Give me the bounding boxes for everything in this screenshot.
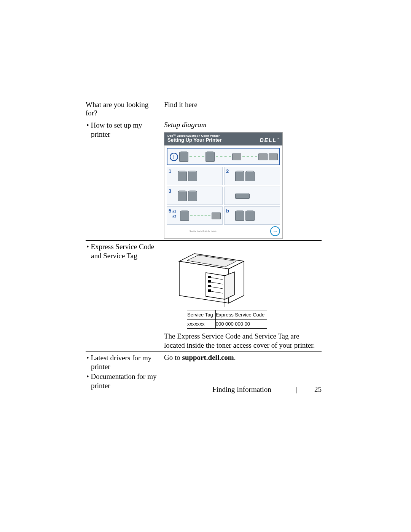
list-item: • How to set up my printer: [86, 121, 162, 139]
setup-diagram-card: Dell™ 2150cn/2150cdn Color Printer Setti…: [164, 132, 283, 239]
dell-logo: DELL™: [260, 137, 279, 143]
service-tag-explanation: The Express Service Code and Service Tag…: [164, 332, 319, 350]
printer-open-svg: [168, 246, 267, 307]
monitor-icon: [212, 212, 221, 219]
page-content: What are you looking for? Find it here •…: [86, 99, 322, 393]
table-row: • Express Service Code and Service Tag: [86, 241, 322, 352]
cell-right: Service Tag Express Service Code xxxxxxx…: [164, 241, 322, 352]
cell-left: • How to set up my printer: [86, 119, 164, 241]
step-number: 5: [169, 208, 171, 214]
svg-marker-5: [225, 272, 234, 299]
setup-header-titles: Dell™ 2150cn/2150cdn Color Printer Setti…: [167, 134, 222, 143]
step-number: b: [226, 208, 229, 214]
setup-step-cell: 3: [167, 187, 223, 205]
table-row: • How to set up my printer Setup diagram…: [86, 119, 322, 241]
printer-icon: [180, 211, 189, 221]
arrow-glyph: →: [272, 228, 278, 234]
printer-icon: [235, 211, 244, 221]
connector-line: [190, 216, 210, 216]
svg-rect-12: [208, 285, 211, 287]
support-text-prefix: Go to: [164, 353, 182, 361]
setup-step-cell: 5 a1 a2: [167, 206, 223, 225]
cell-right: Setup diagram Dell™ 2150cn/2150cdn Color…: [164, 119, 322, 241]
cell-left: • Express Service Code and Service Tag: [86, 241, 164, 352]
step-number: 1: [169, 168, 171, 174]
step-number: 3: [169, 188, 171, 194]
list-item-text: How to set up my printer: [91, 121, 142, 138]
setup-overview-cell: !: [167, 148, 280, 165]
sub-label: a2: [172, 214, 176, 219]
tag-value: 000 000 000 00: [215, 320, 267, 329]
monitor-icon: [232, 153, 241, 160]
tag-header: Express Service Code: [215, 310, 267, 320]
setup-diagram-body: !: [164, 145, 282, 238]
dell-logo-text: DELL: [260, 137, 277, 143]
support-text-suffix: .: [234, 353, 236, 361]
list-item-text: Latest drivers for my printer: [91, 354, 151, 371]
alert-glyph: !: [173, 154, 175, 160]
printer-icon: [245, 171, 255, 181]
setup-diagram-title: Setup diagram: [164, 121, 319, 129]
step-number: 2: [226, 168, 229, 174]
printer-icon: [178, 171, 187, 181]
setup-step-cell: 1: [167, 167, 223, 185]
alert-icon: !: [170, 153, 178, 161]
tag-value: xxxxxxx: [187, 320, 216, 329]
tag-value-row: xxxxxxx 000 000 000 00: [187, 320, 267, 329]
step-sub-labels: a1 a2: [172, 209, 176, 219]
list-item: • Latest drivers for my printer: [86, 353, 162, 372]
setup-step-cell: b: [224, 206, 280, 225]
printer-icon: [178, 191, 187, 201]
info-table: What are you looking for? Find it here •…: [86, 99, 322, 393]
connector-line: [190, 157, 204, 157]
setup-step-cell: [224, 187, 280, 205]
svg-rect-13: [208, 289, 211, 292]
service-tag-table: Service Tag Express Service Code xxxxxxx…: [187, 310, 267, 329]
page-footer: Finding Information | 25: [86, 385, 322, 394]
connector-line: [216, 157, 231, 157]
printer-icon: [188, 191, 197, 201]
tag-header-row: Service Tag Express Service Code: [187, 310, 267, 320]
dell-logo-tm: ™: [277, 137, 279, 140]
header-left: What are you looking for?: [86, 99, 164, 119]
monitor-icon: [258, 153, 268, 160]
monitor-icon: [269, 153, 278, 160]
svg-rect-10: [208, 276, 211, 278]
setup-footer: See the User's Guide for details. →: [167, 225, 280, 236]
tag-header: Service Tag: [187, 310, 216, 320]
tray-icon: [235, 193, 250, 199]
next-arrow-icon: →: [270, 226, 280, 236]
header-right: Find it here: [164, 99, 322, 119]
connector-line: [242, 157, 257, 157]
setup-diagram-header: Dell™ 2150cn/2150cdn Color Printer Setti…: [164, 133, 282, 145]
setup-title: Setting Up Your Printer: [167, 137, 222, 143]
footer-page-number: 25: [314, 385, 322, 393]
support-link[interactable]: support.dell.com: [182, 353, 234, 361]
printer-icon: [235, 171, 244, 181]
printer-icon: [179, 152, 188, 162]
printer-icon: [206, 152, 215, 162]
footer-separator: |: [296, 385, 297, 393]
svg-rect-11: [208, 280, 211, 283]
table-header-row: What are you looking for? Find it here: [86, 99, 322, 119]
setup-step-cell: 2: [224, 167, 280, 185]
printer-icon: [245, 211, 255, 221]
list-item: • Express Service Code and Service Tag: [86, 242, 162, 260]
list-item-text: Express Service Code and Service Tag: [91, 243, 154, 260]
printer-illustration: [168, 246, 267, 307]
sub-label: a1: [172, 209, 176, 214]
footer-section: Finding Information: [212, 385, 271, 393]
setup-footnote: See the User's Guide for details.: [190, 230, 217, 232]
printer-icon: [188, 171, 197, 181]
setup-grid: !: [167, 148, 280, 225]
